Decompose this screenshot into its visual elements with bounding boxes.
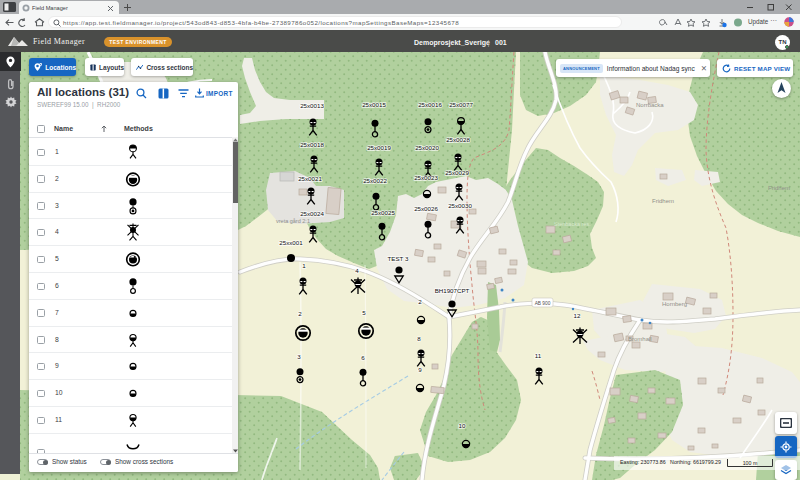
svg-text:25x0023: 25x0023 xyxy=(414,174,438,181)
svg-text:25x0028: 25x0028 xyxy=(446,136,470,143)
svg-text:12: 12 xyxy=(574,312,581,319)
svg-text:8: 8 xyxy=(417,335,421,342)
svg-text:5: 5 xyxy=(362,309,366,316)
svg-text:6: 6 xyxy=(361,354,365,361)
svg-text:25x0018: 25x0018 xyxy=(300,141,324,148)
svg-text:25x0013: 25x0013 xyxy=(300,102,324,109)
svg-text:Hornberg: Hornberg xyxy=(662,301,687,307)
svg-text:25x0020: 25x0020 xyxy=(415,144,439,151)
svg-text:25x0025: 25x0025 xyxy=(371,209,395,216)
svg-text:100 m: 100 m xyxy=(743,460,758,466)
svg-text:AB 900: AB 900 xyxy=(535,301,551,306)
svg-text:Bromhall: Bromhall xyxy=(628,336,652,342)
svg-text:25x0024: 25x0024 xyxy=(300,210,324,217)
svg-text:1: 1 xyxy=(302,262,306,269)
svg-text:2: 2 xyxy=(298,310,302,317)
svg-text:25x0016: 25x0016 xyxy=(418,101,442,108)
svg-text:10: 10 xyxy=(459,422,466,429)
svg-text:25x0077: 25x0077 xyxy=(449,101,473,108)
svg-text:25xx001: 25xx001 xyxy=(279,239,303,246)
svg-text:4: 4 xyxy=(355,267,359,274)
svg-text:25x0019: 25x0019 xyxy=(367,144,391,151)
svg-text:Fridhem: Fridhem xyxy=(768,185,790,191)
svg-text:Fridhem: Fridhem xyxy=(652,198,674,204)
svg-text:25x0022: 25x0022 xyxy=(363,177,387,184)
svg-text:25x0015: 25x0015 xyxy=(362,101,386,108)
svg-text:Stenbacka res.: Stenbacka res. xyxy=(554,221,591,227)
svg-text:25x0021: 25x0021 xyxy=(298,175,322,182)
svg-text:25x0030: 25x0030 xyxy=(448,202,472,209)
svg-text:11: 11 xyxy=(535,352,542,359)
svg-text:2: 2 xyxy=(418,298,422,305)
svg-text:vreta gård 2:1: vreta gård 2:1 xyxy=(276,218,310,224)
svg-text:25x0029: 25x0029 xyxy=(445,169,469,176)
svg-text:Norrbacka: Norrbacka xyxy=(636,102,664,108)
svg-text:BH1907CPT: BH1907CPT xyxy=(435,287,470,294)
svg-text:9: 9 xyxy=(418,366,422,373)
svg-text:TEST 3: TEST 3 xyxy=(388,255,409,262)
svg-text:3: 3 xyxy=(297,353,301,360)
svg-text:25x0026: 25x0026 xyxy=(414,205,438,212)
